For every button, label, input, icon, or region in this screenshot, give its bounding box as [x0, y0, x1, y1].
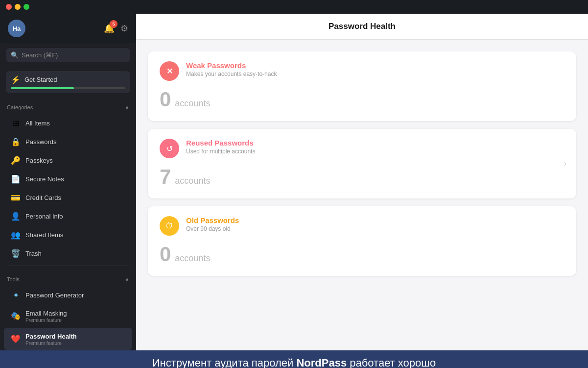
reused-chevron-icon: ›	[564, 159, 566, 168]
reused-passwords-number: 7	[160, 165, 171, 189]
get-started-section[interactable]: ⚡ Get Started	[6, 71, 130, 93]
reuse-icon: ↺	[166, 144, 173, 153]
progress-bar-background	[11, 87, 125, 89]
main-header: Password Health	[136, 14, 588, 40]
tools-label: Tools	[7, 276, 20, 282]
old-passwords-subtitle: Over 90 days old	[186, 225, 239, 232]
old-passwords-icon-circle: ⏱	[160, 216, 179, 236]
old-passwords-count: 0 accounts	[160, 243, 564, 266]
all-items-icon: ⊞	[11, 118, 21, 128]
tools-chevron[interactable]: ∨	[125, 276, 129, 283]
clock-icon: ⏱	[165, 221, 173, 230]
lightning-icon: ⚡	[11, 75, 21, 84]
sidebar-item-passkeys[interactable]: 🔑 Passkeys	[4, 151, 132, 169]
weak-passwords-icon-circle: ✕	[160, 61, 179, 81]
personal-info-label: Personal Info	[25, 213, 63, 220]
password-generator-icon: ✦	[11, 290, 21, 300]
notifications-button[interactable]: 🔔 5	[104, 23, 115, 34]
sidebar-item-password-generator[interactable]: ✦ Password Generator	[4, 286, 132, 304]
sidebar-item-email-masking[interactable]: 🎭 Email Masking Premium feature	[4, 305, 132, 327]
sidebar-item-all-items[interactable]: ⊞ All Items	[4, 114, 132, 132]
passkeys-icon: 🔑	[11, 155, 21, 165]
card-top-weak: ✕ Weak Passwords Makes your accounts eas…	[160, 61, 564, 81]
maximize-button[interactable]	[24, 4, 29, 10]
banner-suffix: работает хорошо	[347, 357, 436, 368]
sidebar-item-personal-info[interactable]: 👤 Personal Info	[4, 207, 132, 225]
password-health-sublabel: Premium feature	[25, 341, 77, 346]
page-title: Password Health	[329, 22, 396, 31]
personal-info-icon: 👤	[11, 211, 21, 221]
passkeys-label: Passkeys	[25, 157, 53, 164]
search-icon: 🔍	[11, 51, 19, 59]
sidebar-item-passwords[interactable]: 🔒 Passwords	[4, 133, 132, 150]
email-masking-label: Email Masking	[25, 310, 67, 317]
reused-passwords-icon-circle: ↺	[160, 139, 179, 158]
credit-cards-icon: 💳	[11, 193, 21, 202]
bottom-banner: Инструмент аудита паролей NordPass работ…	[0, 350, 588, 368]
weak-passwords-card[interactable]: ✕ Weak Passwords Makes your accounts eas…	[148, 51, 576, 121]
trash-icon: 🗑️	[11, 248, 21, 258]
sidebar: Ha 🔔 5 ⚙ 🔍 Search (⌘F) ⚡ Get Started	[0, 14, 136, 350]
sidebar-item-password-health[interactable]: ❤️ Password Health Premium feature	[4, 328, 132, 350]
credit-cards-label: Credit Cards	[25, 194, 61, 201]
banner-brand: NordPass	[296, 357, 347, 368]
cards-area: ✕ Weak Passwords Makes your accounts eas…	[136, 40, 588, 288]
all-items-label: All Items	[25, 120, 50, 127]
sidebar-item-credit-cards[interactable]: 💳 Credit Cards	[4, 189, 132, 206]
weak-passwords-number: 0	[160, 88, 171, 111]
reused-passwords-title: Reused Passwords	[186, 139, 255, 147]
reused-passwords-card[interactable]: ↺ Reused Passwords Used for multiple acc…	[148, 129, 576, 198]
search-bar[interactable]: 🔍 Search (⌘F)	[6, 48, 130, 62]
categories-chevron[interactable]: ∨	[125, 104, 129, 111]
passwords-label: Passwords	[25, 138, 57, 146]
main-content: Password Health ✕ Weak Passwords Makes y…	[136, 14, 588, 350]
shared-items-icon: 👥	[11, 230, 21, 240]
close-button[interactable]	[6, 4, 12, 10]
search-placeholder: Search (⌘F)	[22, 51, 58, 59]
weak-passwords-info: Weak Passwords Makes your accounts easy-…	[186, 61, 277, 77]
password-generator-label: Password Generator	[25, 292, 84, 299]
email-masking-icon: 🎭	[11, 311, 21, 321]
avatar[interactable]: Ha	[8, 20, 25, 37]
old-passwords-title: Old Passwords	[186, 216, 239, 224]
categories-label: Categories	[7, 104, 33, 110]
reused-passwords-info: Reused Passwords Used for multiple accou…	[186, 139, 255, 155]
weak-passwords-count: 0 accounts	[160, 88, 564, 111]
passwords-icon: 🔒	[11, 137, 21, 147]
card-top-reused: ↺ Reused Passwords Used for multiple acc…	[160, 139, 564, 158]
password-health-icon: ❤️	[11, 334, 21, 344]
sidebar-item-trash[interactable]: 🗑️ Trash	[4, 245, 132, 262]
categories-section-header: Categories ∨	[0, 97, 136, 114]
shared-items-label: Shared Items	[25, 231, 63, 239]
password-health-label: Password Health	[25, 333, 77, 340]
reused-passwords-count: 7 accounts	[160, 165, 564, 189]
old-passwords-card[interactable]: ⏱ Old Passwords Over 90 days old 0 accou…	[148, 206, 576, 276]
tools-section-header: Tools ∨	[0, 269, 136, 286]
secure-notes-icon: 📄	[11, 174, 21, 184]
header-icons: 🔔 5 ⚙	[104, 23, 128, 34]
minimize-button[interactable]	[15, 4, 21, 10]
old-passwords-info: Old Passwords Over 90 days old	[186, 216, 239, 232]
weak-passwords-accounts-label: accounts	[175, 98, 210, 109]
old-passwords-number: 0	[160, 243, 171, 266]
weak-passwords-subtitle: Makes your accounts easy-to-hack	[186, 71, 277, 77]
email-masking-sublabel: Premium feature	[25, 318, 67, 323]
sidebar-item-shared-items[interactable]: 👥 Shared Items	[4, 226, 132, 244]
weak-passwords-title: Weak Passwords	[186, 61, 277, 70]
secure-notes-label: Secure Notes	[25, 175, 64, 183]
x-icon: ✕	[166, 67, 173, 76]
window-chrome	[0, 0, 588, 14]
settings-icon[interactable]: ⚙	[120, 23, 128, 34]
old-passwords-accounts-label: accounts	[175, 253, 210, 264]
get-started-label: Get Started	[24, 76, 57, 83]
sidebar-divider	[7, 266, 129, 266]
progress-bar-fill	[11, 87, 74, 89]
reused-passwords-subtitle: Used for multiple accounts	[186, 148, 255, 155]
banner-text: Инструмент аудита паролей NordPass работ…	[152, 357, 436, 368]
card-top-old: ⏱ Old Passwords Over 90 days old	[160, 216, 564, 236]
trash-label: Trash	[25, 250, 42, 257]
notification-badge: 5	[110, 20, 118, 28]
reused-passwords-accounts-label: accounts	[175, 176, 210, 186]
sidebar-item-secure-notes[interactable]: 📄 Secure Notes	[4, 170, 132, 188]
sidebar-header: Ha 🔔 5 ⚙	[0, 14, 136, 43]
